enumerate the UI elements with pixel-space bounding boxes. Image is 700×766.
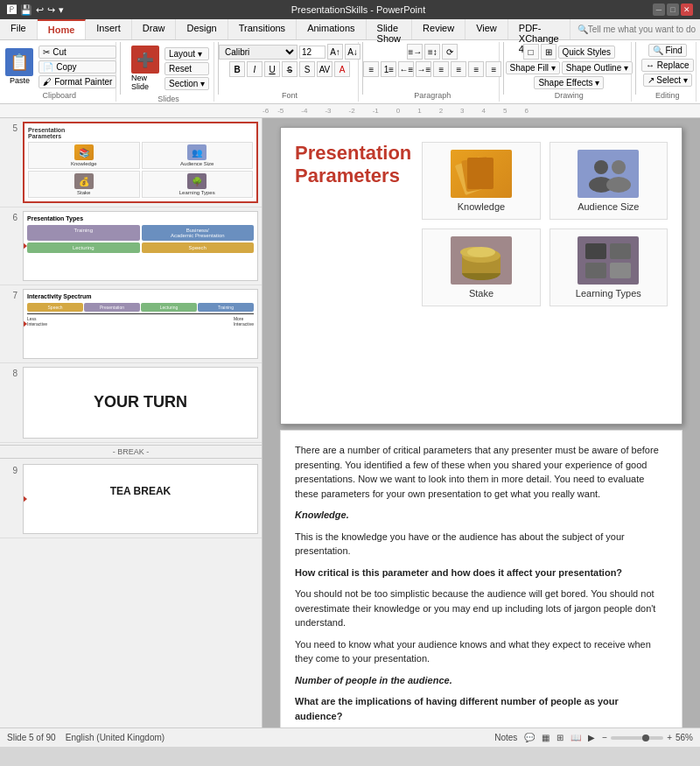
main-area: 5 PresentationParameters 📚 Knowledge 👥 A… xyxy=(0,118,700,727)
comments-icon[interactable]: 💬 xyxy=(524,733,535,742)
text-content: There are a number of critical parameter… xyxy=(280,430,682,727)
ms5-knowledge-cell: Knowledge xyxy=(422,142,540,220)
paste-icon: 📋 xyxy=(5,48,33,76)
align-text-button[interactable]: ≡↕ xyxy=(424,44,440,60)
char-spacing-button[interactable]: AV xyxy=(317,61,332,77)
smartart-button[interactable]: ⟳ xyxy=(442,44,458,60)
maximize-button[interactable]: □ xyxy=(667,4,679,16)
font-color-button[interactable]: A xyxy=(334,61,350,77)
ms5-learning-cell: Learning Types xyxy=(550,228,668,306)
tab-draw[interactable]: Draw xyxy=(132,19,177,39)
zoom-in-icon[interactable]: + xyxy=(667,733,672,742)
find-button[interactable]: 🔍 Find xyxy=(648,44,687,57)
align-center-button[interactable]: ≡ xyxy=(451,61,466,77)
clipboard-group: 📋 Paste ✂ Cut 📄 Copy 🖌 Format Painter Cl… xyxy=(4,42,116,102)
slide-thumb-6[interactable]: Presentation Types Training Business/Aca… xyxy=(23,211,258,281)
title-bar: 🅿 💾 ↩ ↪ ▾ PresentationSkills - PowerPoin… xyxy=(0,0,700,19)
italic-button[interactable]: I xyxy=(247,61,262,77)
tab-slideshow[interactable]: Slide Show xyxy=(367,19,413,39)
strikethrough-button[interactable]: S̶ xyxy=(282,61,298,77)
new-slide-label: New Slide xyxy=(131,74,159,91)
tab-transitions[interactable]: Transitions xyxy=(228,19,297,39)
quick-styles-button[interactable]: Quick Styles xyxy=(558,46,616,59)
slide-thumb-9[interactable]: TEA BREAK xyxy=(23,464,258,534)
tab-design[interactable]: Design xyxy=(176,19,228,39)
slide-thumb-8[interactable]: YOUR TURN xyxy=(23,367,258,439)
section-button[interactable]: Section ▾ xyxy=(164,77,209,90)
ruler: -6-5-4-3-2-10123456 xyxy=(0,104,700,118)
justify-button[interactable]: ≡ xyxy=(486,61,501,77)
tab-view[interactable]: View xyxy=(466,19,508,39)
minimize-button[interactable]: ─ xyxy=(653,4,665,16)
cut-button[interactable]: ✂ Cut xyxy=(38,46,116,59)
font-size-down[interactable]: A↓ xyxy=(345,44,360,60)
tab-review[interactable]: Review xyxy=(412,19,466,39)
normal-view-icon[interactable]: ▦ xyxy=(542,733,550,742)
align-left-button[interactable]: ≡ xyxy=(433,61,449,77)
tab-insert[interactable]: Insert xyxy=(86,19,132,39)
decrease-indent-button[interactable]: ←≡ xyxy=(398,61,414,77)
know-body2: You need to know what your audience know… xyxy=(295,637,668,666)
notes-button[interactable]: Notes xyxy=(494,733,517,742)
s7-speech-bar: Speech xyxy=(27,303,83,312)
tab-home[interactable]: Home xyxy=(38,19,87,39)
copy-button[interactable]: 📄 Copy xyxy=(38,60,116,74)
text-shadow-button[interactable]: S xyxy=(299,61,315,77)
slide-view: PresentationParameters Knowledge xyxy=(262,118,700,727)
reset-button[interactable]: Reset xyxy=(164,62,209,75)
sep1 xyxy=(120,42,121,95)
shape-outline-button[interactable]: Shape Outline ▾ xyxy=(562,61,633,74)
language-info: English (United Kingdom) xyxy=(66,733,164,742)
paste-button[interactable]: 📋 Paste xyxy=(2,46,37,87)
s5-learning-icon: 🌳 xyxy=(187,173,206,189)
shape-fill-button[interactable]: Shape Fill ▾ xyxy=(506,61,560,74)
layout-button[interactable]: Layout ▾ xyxy=(164,47,209,60)
arrange-button[interactable]: ⊞ xyxy=(541,44,556,60)
slide-item-7[interactable]: 7 Interactivity Spectrum Speech Presenta… xyxy=(0,285,262,363)
replace-button[interactable]: ↔ Replace xyxy=(641,59,693,72)
tab-animations[interactable]: Animations xyxy=(297,19,366,39)
shape-effects-button[interactable]: Shape Effects ▾ xyxy=(534,76,604,89)
s6-business: Business/Academic Presentation xyxy=(142,225,255,241)
slide-item-6[interactable]: 6 Presentation Types Training Business/A… xyxy=(0,207,262,285)
ms5-learning-icon xyxy=(578,236,639,285)
reading-view-icon[interactable]: 📖 xyxy=(570,733,581,742)
slideshow-icon[interactable]: ▶ xyxy=(588,733,595,742)
quick-redo[interactable]: ↪ xyxy=(47,4,55,16)
slide-item-8[interactable]: 8 YOUR TURN xyxy=(0,363,262,443)
bullets-button[interactable]: ≡ xyxy=(363,61,379,77)
text-direction-button[interactable]: ≡→ xyxy=(407,44,423,60)
slide-item-5[interactable]: 5 PresentationParameters 📚 Knowledge 👥 A… xyxy=(0,118,262,207)
underline-button[interactable]: U xyxy=(264,61,280,77)
s6-boxes: Training Business/Academic Presentation … xyxy=(27,225,254,253)
drawing-label: Drawing xyxy=(555,91,584,100)
font-size-input[interactable] xyxy=(299,46,326,59)
quick-undo[interactable]: ↩ xyxy=(36,4,44,16)
font-family-select[interactable]: Calibri xyxy=(219,45,298,60)
align-right-button[interactable]: ≡ xyxy=(468,61,484,77)
slide-sorter-icon[interactable]: ⊞ xyxy=(556,733,564,742)
slide-num-7: 7 xyxy=(4,289,18,359)
slide-item-9[interactable]: 9 TEA BREAK xyxy=(0,460,262,538)
font-size-up[interactable]: A↑ xyxy=(327,44,343,60)
close-button[interactable]: ✕ xyxy=(681,4,693,16)
slide-thumb-7[interactable]: Interactivity Spectrum Speech Presentati… xyxy=(23,289,258,359)
slide-thumb-5[interactable]: PresentationParameters 📚 Knowledge 👥 Aud… xyxy=(23,122,258,203)
bold-button[interactable]: B xyxy=(229,61,245,77)
zoom-out-icon[interactable]: − xyxy=(602,733,607,742)
tab-pdf[interactable]: PDF-XChange 4 xyxy=(508,19,570,39)
paragraph-label: Paragraph xyxy=(414,91,451,100)
numbering-button[interactable]: 1≡ xyxy=(381,61,396,77)
font-label: Font xyxy=(282,91,298,100)
tell-me-input[interactable] xyxy=(588,25,700,34)
new-slide-button[interactable]: ➕ New Slide xyxy=(128,44,163,93)
select-button[interactable]: ↗ Select ▾ xyxy=(643,74,692,87)
s5-audience-label: Audience Size xyxy=(180,161,214,166)
tell-me-box[interactable]: 🔍 xyxy=(570,19,700,39)
format-painter-button[interactable]: 🖌 Format Painter xyxy=(38,75,116,88)
increase-indent-button[interactable]: →≡ xyxy=(416,61,431,77)
quick-save[interactable]: 💾 xyxy=(20,4,32,16)
shape-button[interactable]: □ xyxy=(523,44,539,60)
tab-file[interactable]: File xyxy=(0,19,38,39)
zoom-slider[interactable] xyxy=(611,736,663,740)
